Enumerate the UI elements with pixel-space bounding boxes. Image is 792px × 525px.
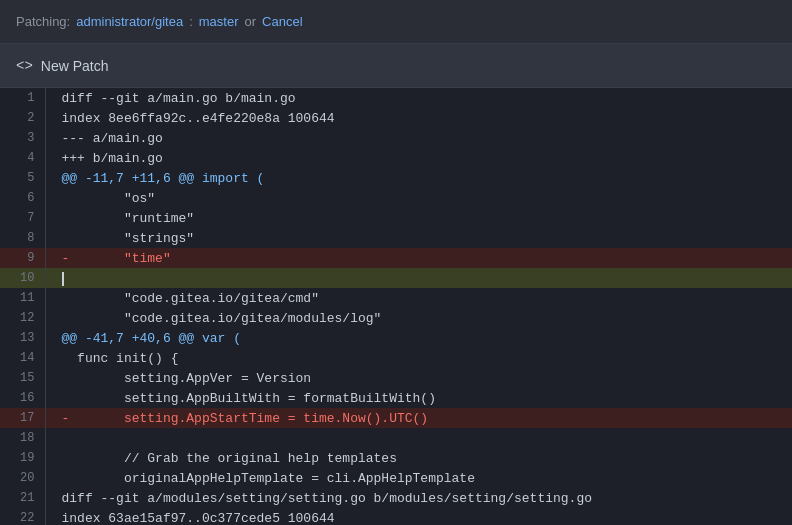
line-content: - setting.AppStartTime = time.Now().UTC(…	[45, 408, 792, 428]
diff-row: 4+++ b/main.go	[0, 148, 792, 168]
diff-row: 7 "runtime"	[0, 208, 792, 228]
line-content: - "time"	[45, 248, 792, 268]
line-content: index 8ee6ffa92c..e4fe220e8a 100644	[45, 108, 792, 128]
line-number: 19	[0, 448, 45, 468]
line-number: 11	[0, 288, 45, 308]
diff-row: 21diff --git a/modules/setting/setting.g…	[0, 488, 792, 508]
diff-row: 3--- a/main.go	[0, 128, 792, 148]
line-number: 10	[0, 268, 45, 288]
new-patch-bar: <> New Patch	[0, 44, 792, 88]
diff-row: 2index 8ee6ffa92c..e4fe220e8a 100644	[0, 108, 792, 128]
line-content: func init() {	[45, 348, 792, 368]
line-number: 21	[0, 488, 45, 508]
line-number: 7	[0, 208, 45, 228]
line-number: 8	[0, 228, 45, 248]
diff-row: 11 "code.gitea.io/gitea/cmd"	[0, 288, 792, 308]
line-content: @@ -41,7 +40,6 @@ var (	[45, 328, 792, 348]
diff-row: 9- "time"	[0, 248, 792, 268]
line-number: 14	[0, 348, 45, 368]
line-content: "os"	[45, 188, 792, 208]
branch-link[interactable]: master	[199, 14, 239, 29]
line-content: index 63ae15af97..0c377cede5 100644	[45, 508, 792, 525]
line-content	[45, 428, 792, 448]
line-number: 18	[0, 428, 45, 448]
diff-row: 8 "strings"	[0, 228, 792, 248]
line-content: @@ -11,7 +11,6 @@ import (	[45, 168, 792, 188]
new-patch-label: New Patch	[41, 58, 109, 74]
line-content: "code.gitea.io/gitea/modules/log"	[45, 308, 792, 328]
diff-row: 10	[0, 268, 792, 288]
line-content: setting.AppBuiltWith = formatBuiltWith()	[45, 388, 792, 408]
line-number: 17	[0, 408, 45, 428]
line-number: 16	[0, 388, 45, 408]
line-content: setting.AppVer = Version	[45, 368, 792, 388]
diff-row: 20 originalAppHelpTemplate = cli.AppHelp…	[0, 468, 792, 488]
diff-table: 1diff --git a/main.go b/main.go2index 8e…	[0, 88, 792, 525]
line-number: 9	[0, 248, 45, 268]
diff-row: 5@@ -11,7 +11,6 @@ import (	[0, 168, 792, 188]
separator: :	[189, 14, 193, 29]
diff-row: 12 "code.gitea.io/gitea/modules/log"	[0, 308, 792, 328]
line-number: 13	[0, 328, 45, 348]
line-content: "runtime"	[45, 208, 792, 228]
line-number: 1	[0, 88, 45, 108]
diff-container[interactable]: 1diff --git a/main.go b/main.go2index 8e…	[0, 88, 792, 525]
line-content: // Grab the original help templates	[45, 448, 792, 468]
cancel-link[interactable]: Cancel	[262, 14, 302, 29]
line-number: 3	[0, 128, 45, 148]
new-patch-icon: <>	[16, 58, 33, 74]
line-content	[45, 268, 792, 288]
line-number: 20	[0, 468, 45, 488]
line-content: "code.gitea.io/gitea/cmd"	[45, 288, 792, 308]
diff-row: 6 "os"	[0, 188, 792, 208]
diff-row: 17- setting.AppStartTime = time.Now().UT…	[0, 408, 792, 428]
diff-row: 13@@ -41,7 +40,6 @@ var (	[0, 328, 792, 348]
line-number: 6	[0, 188, 45, 208]
line-number: 5	[0, 168, 45, 188]
diff-row: 22index 63ae15af97..0c377cede5 100644	[0, 508, 792, 525]
line-content: diff --git a/main.go b/main.go	[45, 88, 792, 108]
line-content: "strings"	[45, 228, 792, 248]
diff-row: 19 // Grab the original help templates	[0, 448, 792, 468]
line-number: 12	[0, 308, 45, 328]
line-content: --- a/main.go	[45, 128, 792, 148]
top-bar: Patching: administrator/gitea : master o…	[0, 0, 792, 44]
line-number: 22	[0, 508, 45, 525]
diff-row: 18	[0, 428, 792, 448]
line-content: +++ b/main.go	[45, 148, 792, 168]
line-number: 4	[0, 148, 45, 168]
diff-row: 1diff --git a/main.go b/main.go	[0, 88, 792, 108]
diff-row: 16 setting.AppBuiltWith = formatBuiltWit…	[0, 388, 792, 408]
line-number: 2	[0, 108, 45, 128]
diff-row: 14 func init() {	[0, 348, 792, 368]
diff-row: 15 setting.AppVer = Version	[0, 368, 792, 388]
line-content: diff --git a/modules/setting/setting.go …	[45, 488, 792, 508]
line-content: originalAppHelpTemplate = cli.AppHelpTem…	[45, 468, 792, 488]
or-label: or	[245, 14, 257, 29]
patching-label: Patching:	[16, 14, 70, 29]
line-number: 15	[0, 368, 45, 388]
repo-link[interactable]: administrator/gitea	[76, 14, 183, 29]
